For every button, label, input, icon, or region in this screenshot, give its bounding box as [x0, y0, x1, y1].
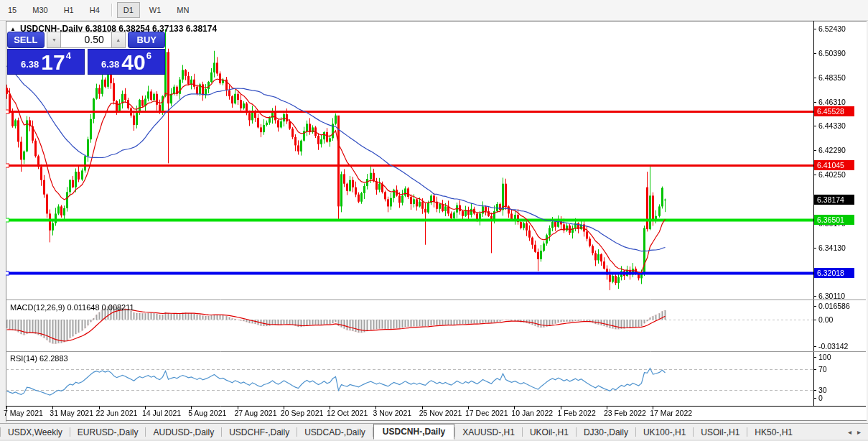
one-click-trade-widget: SELL ▼ 0.50 ▲ BUY 6.38 17 4 6.38 40 6 [7, 32, 165, 75]
buy-price-point: 6 [146, 50, 151, 61]
symbol-tab-dj30-daily[interactable]: DJ30-,Daily [577, 425, 635, 440]
symbol-tab-eurusd-daily[interactable]: EURUSD-,Daily [70, 425, 146, 440]
symbol-tab-usoil-h1[interactable]: USOil-,H1 [694, 425, 747, 440]
symbol-tab-bar: USDX,WeeklyEURUSD-,DailyAUDUSD-,DailyUSD… [0, 423, 868, 440]
symbol-tab-usdcad-daily[interactable]: USDCAD-,Daily [297, 425, 373, 440]
symbol-tab-usdcnh-daily[interactable]: USDCNH-,Daily [373, 424, 454, 440]
sell-price-pips: 17 [41, 52, 65, 73]
lot-increase-button[interactable]: ▲ [111, 32, 126, 48]
tab-scroll-left-icon[interactable]: ◂ [848, 428, 851, 436]
symbol-tab-usdchf-daily[interactable]: USDCHF-,Daily [222, 425, 297, 440]
platform-window: 15M30H1H4D1W1MN ▲USDCNH-,Daily 6.38108 6… [0, 0, 868, 441]
timeframe-button-mn[interactable]: MN [170, 2, 195, 18]
symbol-tab-hk50-h1[interactable]: HK50-,H1 [747, 425, 800, 440]
timeframe-button-d1[interactable]: D1 [117, 2, 140, 18]
sell-price-box[interactable]: 6.38 17 4 [7, 49, 85, 75]
buy-price-pips: 40 [121, 52, 145, 73]
buy-button[interactable]: BUY [128, 32, 165, 48]
timeframe-button-15[interactable]: 15 [1, 2, 23, 18]
sell-button[interactable]: SELL [7, 32, 45, 48]
timeframe-button-w1[interactable]: W1 [143, 2, 168, 18]
symbol-tab-audusd-daily[interactable]: AUDUSD-,Daily [146, 425, 221, 440]
symbol-tab-usdx-weekly[interactable]: USDX,Weekly [1, 425, 70, 440]
symbol-tab-xauusd-h1[interactable]: XAUUSD-,H1 [455, 425, 522, 440]
spin-up-icon: ▲ [116, 37, 121, 42]
timeframe-button-m30[interactable]: M30 [26, 2, 54, 18]
symbol-tab-ukoil-h1[interactable]: UKOil-,H1 [523, 425, 576, 440]
timeframe-button-h4[interactable]: H4 [83, 2, 106, 18]
sell-price-point: 4 [66, 50, 71, 61]
buy-price-prefix: 6.38 [101, 59, 119, 70]
sell-price-prefix: 6.38 [21, 59, 39, 70]
lot-size-input[interactable]: 0.50 [61, 32, 111, 48]
buy-price-box[interactable]: 6.38 40 6 [88, 49, 165, 75]
tab-scroll-buttons: ◂ ▸ [848, 428, 868, 436]
timeframe-toolbar: 15M30H1H4D1W1MN [0, 0, 868, 21]
spin-down-icon: ▼ [52, 37, 57, 42]
symbol-tab-uk100-h1[interactable]: UK100-,H1 [636, 425, 693, 440]
tab-scroll-right-icon[interactable]: ▸ [857, 428, 861, 436]
toolbar-separator [111, 4, 112, 17]
lot-decrease-button[interactable]: ▼ [47, 32, 61, 48]
timeframe-button-h1[interactable]: H1 [57, 2, 80, 18]
